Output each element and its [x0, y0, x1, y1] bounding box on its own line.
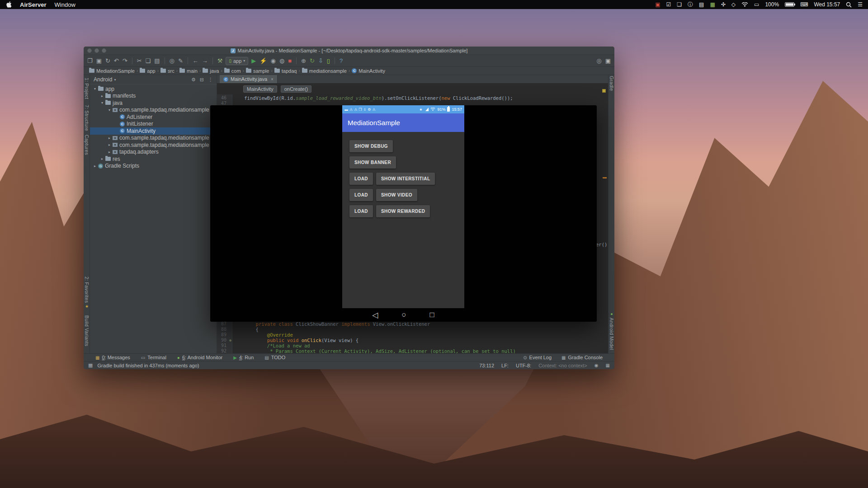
lock-icon[interactable]: ◉	[594, 363, 599, 368]
breadcrumb-item-com[interactable]: com	[224, 68, 241, 74]
help-icon[interactable]: ?	[340, 58, 343, 64]
avd-manager-icon[interactable]: ▯	[327, 58, 330, 64]
line-separator-widget[interactable]: LF:	[501, 363, 509, 368]
battery-percent[interactable]: 100%	[765, 1, 779, 8]
apple-menu-icon[interactable]	[6, 1, 12, 8]
tree-item-mainactivity[interactable]: CMainActivity	[90, 127, 217, 135]
scrollbar-warning-mark[interactable]	[603, 177, 607, 178]
code-line[interactable]: 89 @Override	[217, 332, 608, 338]
stop-icon[interactable]: ■	[288, 58, 292, 64]
save-all-icon[interactable]: ▣	[96, 58, 102, 64]
coverage-icon[interactable]: ◉	[271, 58, 276, 64]
button-show-interstitial[interactable]: SHOW INTERSTITIAL	[376, 173, 435, 185]
redo-icon[interactable]: ↷	[123, 58, 127, 64]
tree-item-java[interactable]: ▾java	[90, 99, 217, 107]
button-show-video[interactable]: SHOW VIDEO	[376, 189, 417, 201]
tool-stripe-2-favorites[interactable]: 2: Favorites★	[84, 277, 90, 309]
button-show-debug[interactable]: SHOW DEBUG	[349, 140, 393, 152]
zoom-button[interactable]	[102, 48, 106, 53]
button-load[interactable]: LOAD	[349, 173, 373, 185]
button-load[interactable]: LOAD	[349, 189, 373, 201]
tree-expand-arrow[interactable]: ▸	[106, 136, 113, 140]
panel-header-icon[interactable]: ⚙	[191, 77, 196, 83]
gradle-sync-icon[interactable]: ↻	[310, 58, 315, 64]
close-button[interactable]	[87, 48, 92, 53]
code-line[interactable]: 46 findViewById(R.id.sample_load_rewarde…	[217, 95, 608, 101]
breadcrumb-item-tapdaq[interactable]: tapdaq	[274, 68, 297, 74]
info-icon[interactable]: ⓘ	[688, 2, 693, 7]
tree-item-initlistener[interactable]: CInitListener	[90, 121, 217, 128]
code-line[interactable]: 88 {	[217, 327, 608, 332]
search-everywhere-icon[interactable]: ◎	[596, 58, 601, 64]
undo-icon[interactable]: ↶	[114, 58, 119, 64]
grid-icon[interactable]: ▦	[606, 363, 610, 368]
keyboard-backlight-icon[interactable]: ▦	[710, 2, 715, 7]
home-icon[interactable]: ○	[401, 310, 406, 319]
breadcrumb-item-mediationsample[interactable]: MediationSample	[89, 68, 135, 74]
encoding-widget[interactable]: UTF-8:	[516, 363, 531, 368]
fan-icon[interactable]: ✣	[721, 2, 726, 7]
tree-item-app[interactable]: ▾app	[90, 85, 217, 93]
tree-expand-arrow[interactable]: ▸	[106, 150, 113, 154]
toolwindow-button-messages[interactable]: ▦0: Messages	[95, 355, 130, 360]
caret-position[interactable]: 73:112	[479, 363, 494, 368]
breadcrumb-item-sample[interactable]: sample	[246, 68, 269, 74]
code-line[interactable]: 92 * Params Context (Current Activity), …	[217, 348, 608, 353]
breadcrumb-item-java[interactable]: java	[203, 68, 219, 74]
input-source-icon[interactable]: ⌨	[800, 2, 808, 7]
tree-item-com-sample-tapdaq-mediationsample[interactable]: ▸com.sample.tapdaq.mediationsample(tes	[90, 141, 217, 149]
cut-icon[interactable]: ✂	[137, 58, 142, 64]
tree-item-gradle-scripts[interactable]: ▸GGradle Scripts	[90, 163, 217, 170]
toolwindow-switcher-icon[interactable]: ▦	[88, 362, 93, 368]
menubar-clock[interactable]: Wed 15:57	[814, 1, 840, 8]
wifi-icon[interactable]	[741, 2, 748, 7]
airserver-mirroring-icon[interactable]: ▣	[655, 2, 660, 7]
open-icon[interactable]: ❐	[87, 58, 93, 64]
tab-close-icon[interactable]: ×	[271, 77, 274, 82]
button-show-rewarded[interactable]: SHOW REWARDED	[376, 205, 430, 217]
tree-item-com-sample-tapdaq-mediationsample[interactable]: ▾com.sample.tapdaq.mediationsample	[90, 107, 217, 114]
tool-stripe-1-project[interactable]: 1: Project	[84, 78, 90, 99]
displays-icon[interactable]: ❏	[677, 2, 682, 7]
breadcrumb-item-main[interactable]: main	[179, 68, 198, 74]
tool-stripe-7-structure[interactable]: 7: Structure	[84, 105, 90, 131]
breadcrumb-item-mediationsample[interactable]: mediationsample	[302, 68, 347, 74]
tree-expand-arrow[interactable]: ▸	[106, 143, 113, 147]
breadcrumb-item-src[interactable]: src	[160, 68, 175, 74]
breadcrumb-item-app[interactable]: app	[140, 68, 155, 74]
tree-expand-arrow[interactable]: ▸	[99, 94, 105, 98]
debug-icon[interactable]: ⚡	[259, 58, 267, 64]
attach-debugger-icon[interactable]: ⊕	[301, 58, 306, 64]
editor-tab-mainactivity[interactable]: C MainActivity.java ×	[220, 75, 278, 83]
back-icon[interactable]: ◁	[372, 310, 378, 320]
copy-icon[interactable]: ❏	[146, 58, 151, 64]
tree-expand-arrow[interactable]: ▾	[106, 108, 113, 112]
button-show-banner[interactable]: SHOW BANNER	[349, 156, 396, 169]
tree-expand-arrow[interactable]: ▸	[99, 157, 105, 161]
code-line[interactable]: 87 private class ClickShowBanner impleme…	[217, 321, 608, 327]
paste-icon[interactable]: ▤	[154, 58, 160, 64]
toolwindow-button-terminal[interactable]: ▭Terminal	[141, 355, 166, 360]
project-view-selector[interactable]: Android ▾	[94, 76, 116, 83]
time-machine-icon[interactable]: ☑	[666, 2, 671, 7]
tool-stripe-captures[interactable]: Captures	[84, 135, 90, 155]
panel-header-icon[interactable]: ⋮	[208, 77, 213, 83]
run-configuration-select[interactable]: ▯ app ▾	[226, 57, 248, 65]
tool-stripe-android-model[interactable]: ●Android Model	[609, 312, 614, 350]
menu-window[interactable]: Window	[55, 1, 75, 8]
code-line[interactable]: 90⊚ public void onClick(View view) {	[217, 338, 608, 343]
tree-item-manifests[interactable]: ▸manifests	[90, 93, 217, 100]
tree-item-res[interactable]: ▸res	[90, 155, 217, 163]
bluetooth-icon[interactable]: ◇	[731, 2, 736, 7]
find-icon[interactable]: ◎	[170, 58, 175, 64]
airplay-display-icon[interactable]: ▭	[754, 2, 759, 7]
menubar-app-name[interactable]: AirServer	[20, 1, 47, 8]
battery-icon[interactable]	[785, 2, 794, 7]
code-line[interactable]: 91 /*Load a new ad	[217, 343, 608, 348]
tree-item-adlistener[interactable]: CAdListener	[90, 113, 217, 121]
window-titlebar[interactable]: J MainActivity.java - MediationSample - …	[84, 47, 614, 55]
notification-center-icon[interactable]: ☰	[858, 2, 863, 7]
tool-stripe-gradle[interactable]: Gradle	[609, 76, 614, 91]
eject-icon[interactable]: ▤	[699, 2, 704, 7]
breadcrumb-method-chip[interactable]: onCreate()	[281, 85, 312, 93]
